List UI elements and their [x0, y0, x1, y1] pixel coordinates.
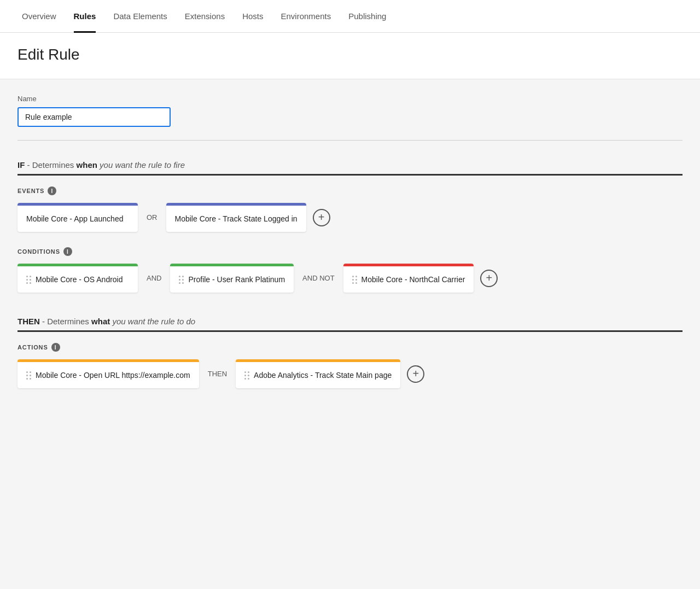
- if-divider: [18, 174, 682, 176]
- condition-card-0-body: Mobile Core - OS Android: [18, 266, 138, 293]
- action-card-1-text: Adobe Analytics - Track State Main page: [254, 371, 392, 380]
- actions-info-icon[interactable]: i: [51, 343, 60, 352]
- name-label: Name: [18, 95, 682, 103]
- page-title: Edit Rule: [18, 46, 682, 63]
- page-title-section: Edit Rule: [0, 33, 700, 79]
- condition-card-0[interactable]: Mobile Core - OS Android: [18, 264, 138, 293]
- if-section-header: IF - Determines when you want the rule t…: [18, 151, 682, 174]
- action-card-0[interactable]: Mobile Core - Open URL https://example.c…: [18, 359, 199, 388]
- conditions-label-row: CONDITIONS i: [18, 247, 682, 256]
- event-card-1-text: Mobile Core - Track State Logged in: [175, 214, 298, 223]
- condition-card-2-body: Mobile Core - NorthCal Carrier: [343, 266, 474, 293]
- action-card-0-body: Mobile Core - Open URL https://example.c…: [18, 362, 199, 388]
- event-card-1-body: Mobile Core - Track State Logged in: [166, 206, 306, 232]
- condition-card-1-body: Profile - User Rank Platinum: [170, 266, 294, 293]
- nav-publishing[interactable]: Publishing: [340, 0, 395, 33]
- nav-rules[interactable]: Rules: [65, 0, 105, 33]
- name-input[interactable]: [18, 107, 171, 127]
- events-info-icon[interactable]: i: [48, 186, 56, 195]
- nav-hosts[interactable]: Hosts: [234, 0, 272, 33]
- main-content: Name IF - Determines when you want the r…: [0, 79, 700, 419]
- actions-label: ACTIONS: [18, 344, 48, 351]
- condition-card-1-text: Profile - User Rank Platinum: [188, 275, 285, 284]
- add-event-button[interactable]: +: [313, 209, 330, 226]
- events-label-row: EVENTS i: [18, 186, 682, 195]
- condition-card-0-drag[interactable]: [26, 276, 31, 284]
- action-card-0-text: Mobile Core - Open URL https://example.c…: [36, 371, 190, 380]
- condition-card-1[interactable]: Profile - User Rank Platinum: [170, 264, 294, 293]
- nav-data-elements[interactable]: Data Elements: [104, 0, 176, 33]
- event-card-0[interactable]: Mobile Core - App Launched: [18, 203, 138, 232]
- event-card-0-text: Mobile Core - App Launched: [26, 214, 123, 223]
- actions-cards-row: Mobile Core - Open URL https://example.c…: [18, 359, 682, 388]
- conditions-operator-1: AND NOT: [300, 274, 337, 282]
- conditions-cards-row: Mobile Core - OS Android AND Profile - U…: [18, 264, 682, 293]
- condition-card-2-drag[interactable]: [352, 276, 357, 284]
- nav-extensions[interactable]: Extensions: [176, 0, 234, 33]
- actions-operator-0: THEN: [206, 370, 229, 378]
- action-card-1-body: Adobe Analytics - Track State Main page: [236, 362, 400, 388]
- add-condition-button[interactable]: +: [480, 270, 498, 287]
- actions-label-row: ACTIONS i: [18, 343, 682, 352]
- events-label: EVENTS: [18, 188, 44, 194]
- condition-card-2[interactable]: Mobile Core - NorthCal Carrier: [343, 264, 474, 293]
- event-card-0-body: Mobile Core - App Launched: [18, 206, 138, 232]
- nav-environments[interactable]: Environments: [272, 0, 340, 33]
- condition-card-2-text: Mobile Core - NorthCal Carrier: [361, 275, 465, 284]
- add-action-button[interactable]: +: [407, 365, 424, 383]
- conditions-info-icon[interactable]: i: [63, 247, 72, 256]
- events-cards-row: Mobile Core - App Launched OR Mobile Cor…: [18, 203, 682, 232]
- then-divider: [18, 330, 682, 332]
- action-card-1[interactable]: Adobe Analytics - Track State Main page: [236, 359, 400, 388]
- name-field-section: Name: [18, 95, 682, 127]
- navigation: Overview Rules Data Elements Extensions …: [0, 0, 700, 33]
- conditions-label: CONDITIONS: [18, 248, 60, 255]
- event-card-1[interactable]: Mobile Core - Track State Logged in: [166, 203, 306, 232]
- action-card-1-drag[interactable]: [244, 371, 249, 380]
- action-card-0-drag[interactable]: [26, 371, 31, 380]
- section-divider-1: [18, 140, 682, 141]
- nav-overview[interactable]: Overview: [13, 0, 65, 33]
- then-section-header: THEN - Determines what you want the rule…: [18, 308, 682, 330]
- condition-card-0-text: Mobile Core - OS Android: [36, 275, 123, 284]
- conditions-operator-0: AND: [144, 274, 164, 282]
- events-operator-0: OR: [144, 213, 160, 221]
- condition-card-1-drag[interactable]: [179, 276, 184, 284]
